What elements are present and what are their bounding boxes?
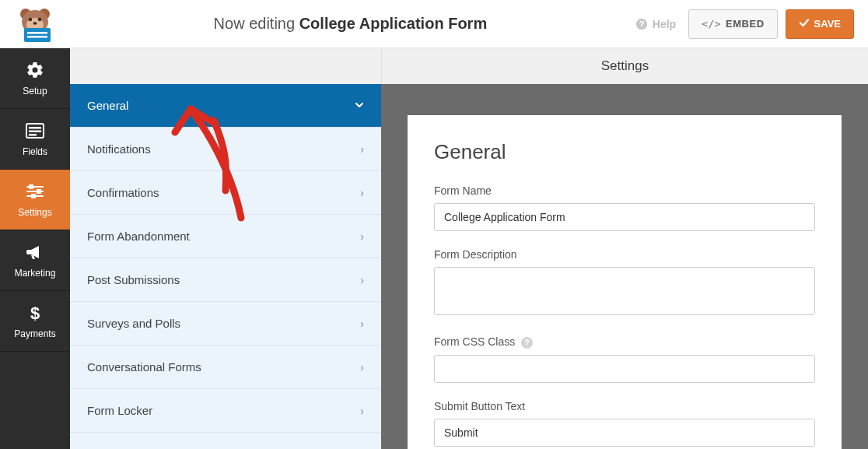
chevron-right-icon: › [360, 274, 364, 286]
chevron-right-icon: › [360, 230, 364, 243]
chevron-right-icon: › [360, 361, 364, 374]
submenu-label: Post Submissions [87, 273, 180, 286]
submenu-item-post-submissions[interactable]: Post Submissions › [70, 258, 381, 302]
svg-rect-15 [29, 134, 37, 136]
svg-text:$: $ [30, 303, 40, 322]
help-button[interactable]: ? Help [631, 18, 681, 30]
primary-sidebar: Setup Fields Settings Marketing $ Paymen… [0, 48, 70, 449]
svg-rect-7 [24, 28, 51, 42]
gear-icon [26, 61, 44, 79]
field-label: Form CSS Class ? [434, 335, 815, 349]
submenu-label: Conversational Forms [87, 360, 201, 374]
svg-rect-19 [30, 185, 33, 188]
chevron-right-icon: › [360, 405, 364, 417]
svg-rect-21 [32, 195, 35, 198]
svg-point-4 [29, 17, 32, 20]
sidebar-item-settings[interactable]: Settings [0, 170, 70, 230]
form-icon [26, 121, 44, 140]
field-form-css-class: Form CSS Class ? [434, 335, 815, 383]
save-button[interactable]: SAVE [786, 9, 854, 39]
editing-prefix: Now editing [214, 15, 296, 32]
main-area: Settings General Form Name Form Descript… [381, 48, 868, 449]
svg-text:?: ? [639, 19, 644, 29]
submenu-label: Notifications [87, 142, 151, 156]
form-title: College Application Form [299, 15, 488, 32]
field-form-description: Form Description [434, 248, 815, 318]
sidebar-item-label: Payments [14, 328, 55, 339]
svg-rect-13 [29, 127, 41, 129]
embed-button[interactable]: </> EMBED [688, 9, 777, 39]
sidebar-item-fields[interactable]: Fields [0, 109, 70, 170]
help-icon: ? [635, 18, 648, 30]
submenu-item-confirmations[interactable]: Confirmations › [70, 171, 381, 215]
submenu-label: Form Locker [87, 404, 152, 417]
help-icon[interactable]: ? [521, 337, 533, 349]
bullhorn-icon [26, 243, 44, 261]
settings-submenu: General Notifications › Confirmations › … [70, 84, 381, 449]
top-bar: Now editing College Application Form ? H… [0, 0, 868, 48]
submenu-label: Surveys and Polls [87, 317, 180, 330]
svg-rect-8 [27, 32, 47, 34]
field-label: Form Name [434, 184, 815, 197]
chevron-down-icon [355, 100, 364, 112]
sidebar-item-payments[interactable]: $ Payments [0, 291, 70, 352]
app-logo[interactable] [0, 6, 70, 42]
svg-point-6 [33, 22, 37, 25]
panel-backdrop: General Form Name Form Description Form … [381, 84, 868, 449]
submenu-item-conversational-forms[interactable]: Conversational Forms › [70, 346, 381, 389]
sidebar-item-label: Setup [23, 86, 47, 96]
sidebar-item-setup[interactable]: Setup [0, 48, 70, 109]
svg-rect-9 [27, 36, 47, 38]
field-form-name: Form Name [434, 184, 815, 231]
submenu-label: General [87, 99, 128, 112]
top-actions: ? Help </> EMBED SAVE [631, 9, 868, 39]
chevron-right-icon: › [360, 143, 364, 156]
form-css-class-input[interactable] [434, 355, 815, 383]
sidebar-item-label: Marketing [15, 268, 56, 279]
page-title: Now editing College Application Form [70, 15, 631, 33]
svg-rect-14 [29, 130, 41, 132]
settings-submenu-panel: General Notifications › Confirmations › … [70, 48, 381, 449]
submenu-item-notifications[interactable]: Notifications › [70, 128, 381, 171]
main-header: Settings [381, 48, 868, 84]
submenu-item-form-abandonment[interactable]: Form Abandonment › [70, 215, 381, 258]
dollar-icon: $ [26, 303, 44, 322]
embed-label: EMBED [726, 18, 764, 30]
submenu-label: Form Abandonment [87, 230, 190, 243]
sidebar-item-marketing[interactable]: Marketing [0, 230, 70, 291]
chevron-right-icon: › [360, 187, 364, 199]
sidebar-item-label: Fields [23, 146, 47, 157]
bear-logo-icon [13, 6, 57, 42]
submenu-header-spacer [70, 48, 381, 84]
field-label-text: Form CSS Class [434, 335, 515, 348]
help-label: Help [653, 18, 676, 30]
chevron-right-icon: › [360, 317, 364, 330]
submit-button-text-input[interactable] [434, 419, 815, 447]
submenu-label: Confirmations [87, 186, 159, 199]
field-submit-button-text: Submit Button Text [434, 400, 815, 447]
check-icon [799, 17, 810, 30]
form-name-input[interactable] [434, 203, 815, 231]
sidebar-item-label: Settings [18, 207, 51, 218]
sliders-icon [26, 182, 44, 201]
field-label: Form Description [434, 248, 815, 261]
submenu-item-form-locker[interactable]: Form Locker › [70, 389, 381, 433]
main-header-title: Settings [601, 58, 649, 74]
settings-general-panel: General Form Name Form Description Form … [408, 115, 842, 449]
submenu-item-surveys-and-polls[interactable]: Surveys and Polls › [70, 302, 381, 346]
submenu-item-general[interactable]: General [70, 84, 381, 128]
save-label: SAVE [814, 18, 841, 30]
form-description-input[interactable] [434, 267, 815, 315]
svg-rect-20 [37, 190, 40, 193]
field-label: Submit Button Text [434, 400, 815, 412]
panel-heading: General [434, 140, 815, 164]
svg-point-5 [38, 17, 41, 20]
code-icon: </> [702, 18, 721, 30]
